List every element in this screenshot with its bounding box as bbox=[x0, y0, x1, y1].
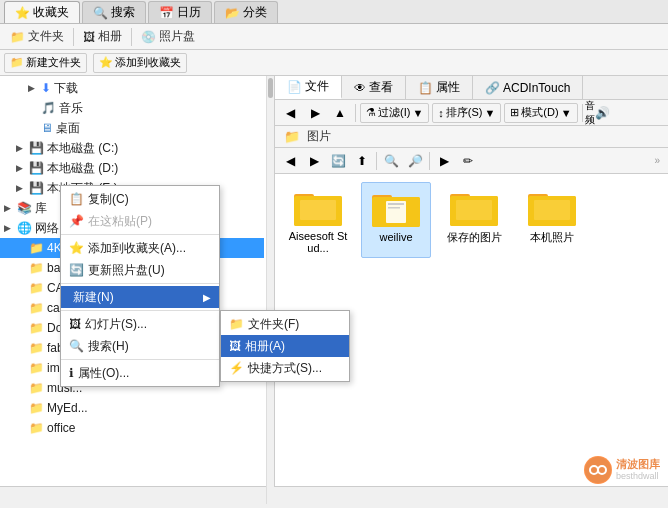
btn-mode[interactable]: ⊞ 模式(D) ▼ bbox=[504, 103, 577, 123]
photodisk-icon: 💿 bbox=[141, 30, 156, 44]
ctx-add-favorites[interactable]: ⭐ 添加到收藏夹(A)... bbox=[61, 237, 219, 259]
ctx-copy[interactable]: 📋 复制(C) bbox=[61, 188, 219, 210]
tab-properties[interactable]: 📋 属性 bbox=[406, 76, 473, 99]
sub-folder-icon: 📁 bbox=[229, 317, 244, 331]
tree-item-ddrive[interactable]: ▶ 💾 本地磁盘 (D:) bbox=[0, 158, 264, 178]
btn-next-view[interactable]: ▶ bbox=[303, 151, 325, 171]
tab-classify[interactable]: 📂 分类 bbox=[214, 1, 278, 23]
breadcrumb: 图片 bbox=[307, 128, 662, 145]
tab-search[interactable]: 🔍 搜索 bbox=[82, 1, 146, 23]
btn-back[interactable]: ◀ bbox=[279, 103, 301, 123]
folder-saved-pics[interactable]: 保存的图片 bbox=[439, 182, 509, 258]
sub-folder[interactable]: 📁 文件夹(F) bbox=[221, 313, 349, 335]
album-icon: 🖼 bbox=[83, 30, 95, 44]
folder-icon: 📁 bbox=[29, 381, 44, 395]
ctx-slideshow[interactable]: 🖼 幻灯片(S)... bbox=[61, 313, 219, 335]
btn-filter[interactable]: ⚗ 过滤(I) ▼ bbox=[360, 103, 429, 123]
watermark: 清波图库 besthdwall bbox=[584, 456, 660, 484]
btn-album[interactable]: 🖼 相册 bbox=[77, 26, 128, 47]
btn-audio[interactable]: 音频 🔊 bbox=[587, 103, 609, 123]
right-toolbar-icons: ◀ ▶ 🔄 ⬆ 🔍 🔎 ▶ ✏ » bbox=[275, 148, 668, 174]
btn-add-favorites[interactable]: ⭐ 添加到收藏夹 bbox=[93, 53, 187, 73]
ctx-properties[interactable]: ℹ 属性(O)... bbox=[61, 362, 219, 384]
folder-icon: 📁 bbox=[29, 361, 44, 375]
btn-folder[interactable]: 📁 文件夹 bbox=[4, 26, 70, 47]
calendar-icon: 📅 bbox=[159, 6, 174, 20]
divider4 bbox=[429, 152, 430, 170]
ctx-sep2 bbox=[61, 283, 219, 284]
add-fav-icon: ⭐ bbox=[69, 241, 84, 255]
tree-item-desktop[interactable]: 🖥 桌面 bbox=[0, 118, 264, 138]
right-nav-bar: ◀ ▶ ▲ ⚗ 过滤(I) ▼ ↕ 排序(S) ▼ ⊞ 模式(D) ▼ 音频 bbox=[275, 100, 668, 126]
more-btn[interactable]: » bbox=[650, 155, 664, 166]
tree-item-music[interactable]: 🎵 音乐 bbox=[0, 98, 264, 118]
disk-icon: 💾 bbox=[29, 161, 44, 175]
folder-grid: Aiseesoft Stud... weilive bbox=[283, 182, 660, 258]
tree-item-office[interactable]: 📁 office bbox=[0, 418, 264, 438]
tab-calendar[interactable]: 📅 日历 bbox=[148, 1, 212, 23]
second-toolbar: 📁 文件夹 🖼 相册 💿 照片盘 bbox=[0, 24, 668, 50]
ctx-sep3 bbox=[61, 310, 219, 311]
btn-slideshow[interactable]: ▶ bbox=[433, 151, 455, 171]
btn-forward[interactable]: ▶ bbox=[304, 103, 326, 123]
folder-aiseesoft[interactable]: Aiseesoft Stud... bbox=[283, 182, 353, 258]
tab-acdintouch[interactable]: 🔗 ACDInTouch bbox=[473, 76, 583, 99]
folder-icon: 📁 bbox=[29, 261, 44, 275]
svg-rect-9 bbox=[388, 207, 400, 209]
paste-icon: 📌 bbox=[69, 214, 84, 228]
btn-prev-view[interactable]: ◀ bbox=[279, 151, 301, 171]
svg-rect-13 bbox=[456, 200, 492, 220]
btn-sort[interactable]: ↕ 排序(S) ▼ bbox=[432, 103, 501, 123]
update-icon: 🔄 bbox=[69, 263, 84, 277]
tab-view[interactable]: 👁 查看 bbox=[342, 76, 406, 99]
folder-weilive[interactable]: weilive bbox=[361, 182, 431, 258]
icon-folder-path: 📁 bbox=[281, 127, 303, 147]
btn-edit[interactable]: ✏ bbox=[457, 151, 479, 171]
properties-icon: 📋 bbox=[418, 81, 433, 95]
expand-icon: ▶ bbox=[16, 183, 26, 193]
btn-zoom-out[interactable]: 🔍 bbox=[380, 151, 402, 171]
btn-up[interactable]: ▲ bbox=[329, 103, 351, 123]
search-icon: 🔍 bbox=[93, 6, 108, 20]
expand-icon: ▶ bbox=[28, 83, 38, 93]
ctx-search[interactable]: 🔍 搜索(H) bbox=[61, 335, 219, 357]
filter-icon: ⚗ bbox=[366, 106, 376, 119]
right-panel: 📄 文件 👁 查看 📋 属性 🔗 ACDInTouch ◀ ▶ ▲ ⚗ bbox=[275, 76, 668, 504]
tree-item-myed[interactable]: 📁 MyEd... bbox=[0, 398, 264, 418]
folder-local-photos[interactable]: 本机照片 bbox=[517, 182, 587, 258]
folder-icon: 📁 bbox=[10, 30, 25, 44]
context-menu: 📋 复制(C) 📌 在这粘贴(P) ⭐ 添加到收藏夹(A)... 🔄 更新照片盘… bbox=[60, 185, 220, 387]
sort-icon: ↕ bbox=[438, 107, 444, 119]
ctx-new[interactable]: 新建(N) ▶ bbox=[61, 286, 219, 308]
mode-icon: ⊞ bbox=[510, 106, 519, 119]
expand-icon: ▶ bbox=[4, 203, 14, 213]
folder-icon: 📁 bbox=[29, 341, 44, 355]
tree-item-download[interactable]: ▶ ⬇ 下载 bbox=[0, 78, 264, 98]
tree-item-cdrive[interactable]: ▶ 💾 本地磁盘 (C:) bbox=[0, 138, 264, 158]
folder-icon: 📁 bbox=[29, 421, 44, 435]
divider2 bbox=[582, 104, 583, 122]
sub-shortcut[interactable]: ⚡ 快捷方式(S)... bbox=[221, 357, 349, 379]
tab-file[interactable]: 📄 文件 bbox=[275, 76, 342, 99]
btn-import[interactable]: ⬆ bbox=[351, 151, 373, 171]
tab-favorites[interactable]: ⭐ 收藏夹 bbox=[4, 1, 80, 23]
folder-local-photos-icon bbox=[526, 186, 578, 228]
btn-new-folder[interactable]: 📁 新建文件夹 bbox=[4, 53, 87, 73]
download-icon: ⬇ bbox=[41, 81, 51, 95]
btn-photodisk[interactable]: 💿 照片盘 bbox=[135, 26, 201, 47]
sub-shortcut-icon: ⚡ bbox=[229, 361, 244, 375]
divider1 bbox=[73, 28, 74, 46]
btn-zoom-in[interactable]: 🔎 bbox=[404, 151, 426, 171]
folder-saved-pics-icon bbox=[448, 186, 500, 228]
sub-album[interactable]: 🖼 相册(A) bbox=[221, 335, 349, 357]
properties-ctx-icon: ℹ bbox=[69, 366, 74, 380]
slideshow-icon: 🖼 bbox=[69, 317, 81, 331]
btn-refresh[interactable]: 🔄 bbox=[327, 151, 349, 171]
divider3 bbox=[376, 152, 377, 170]
ctx-update-disk[interactable]: 🔄 更新照片盘(U) bbox=[61, 259, 219, 281]
folder-local-photos-label: 本机照片 bbox=[530, 230, 574, 245]
library-icon: 📚 bbox=[17, 201, 32, 215]
ctx-paste[interactable]: 📌 在这粘贴(P) bbox=[61, 210, 219, 232]
network-icon: 🌐 bbox=[17, 221, 32, 235]
desktop-icon: 🖥 bbox=[41, 121, 53, 135]
